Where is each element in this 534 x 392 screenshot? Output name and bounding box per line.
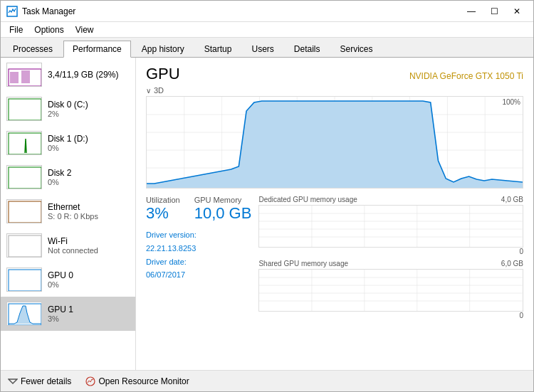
main-content: 3,4/11,9 GB (29%) Disk 0 (C:) 2% [1,58,533,370]
menu-file[interactable]: File [4,23,28,36]
window-title: Task Manager [22,6,75,16]
utilization-block: Utilization 3% [146,196,180,223]
ethernet-item-info: Ethernet S: 0 R: 0 Kbps [48,202,130,221]
wifi-item-value: Not connected [48,246,130,255]
minimize-button[interactable]: — [461,4,482,18]
title-bar-left: Task Manager [6,6,75,17]
ethernet-item-name: Ethernet [48,202,130,212]
svg-marker-50 [9,379,17,383]
sidebar-item-gpu1[interactable]: GPU 1 3% [1,297,135,331]
sidebar-item-ethernet[interactable]: Ethernet S: 0 R: 0 Kbps [1,194,135,228]
tab-services[interactable]: Services [331,41,382,57]
disk0-mini-graph [6,97,42,121]
gpu-memory-value: 10,0 GB [194,204,252,223]
tab-apphistory[interactable]: App history [132,41,194,57]
tab-processes[interactable]: Processes [4,41,62,57]
chart-label: ∨ 3D [146,86,523,95]
gpu-title: GPU [146,65,180,83]
sidebar-item-disk1[interactable]: Disk 1 (D:) 0% [1,126,135,160]
menu-options[interactable]: Options [28,23,69,36]
task-manager-window: Task Manager — ☐ ✕ File Options View Pro… [0,0,534,392]
gpu1-mini-graph [6,302,42,326]
resource-monitor-icon [85,376,95,386]
disk0-item-info: Disk 0 (C:) 2% [48,100,130,118]
ethernet-item-value: S: 0 R: 0 Kbps [48,212,130,221]
ethernet-mini-graph [6,199,42,223]
disk2-item-name: Disk 2 [48,168,130,178]
shared-memory-chart [258,269,523,312]
sidebar-item-disk0[interactable]: Disk 0 (C:) 2% [1,92,135,126]
sidebar-item-wifi[interactable]: Wi-Fi Not connected [1,228,135,263]
gpu-memory-label: GPU Memory [194,196,252,204]
utilization-value: 3% [146,204,180,223]
sidebar-item-memory[interactable]: 3,4/11,9 GB (29%) [1,58,135,92]
taskmanager-icon [6,6,18,17]
disk0-item-value: 2% [48,110,130,118]
gpu0-mini-graph [6,267,42,292]
dedicated-memory-header: Dedicated GPU memory usage 4,0 GB [258,196,523,203]
svg-rect-3 [10,72,19,83]
main-gpu-chart: 100% [146,96,523,189]
svg-rect-11 [7,200,42,223]
menu-bar: File Options View [1,22,533,38]
wifi-item-name: Wi-Fi [48,236,130,246]
fewer-details-icon [8,376,18,386]
shared-memory-max: 6,0 GB [501,260,523,267]
svg-rect-4 [21,70,30,83]
utilization-label: Utilization [146,196,180,204]
disk0-item-name: Disk 0 (C:) [48,100,130,110]
dedicated-memory-max: 4,0 GB [501,196,523,203]
gpu0-item-name: GPU 0 [48,270,130,280]
tab-bar: Processes Performance App history Startu… [1,38,533,58]
dedicated-memory-chart [258,205,523,248]
driver-version-value: 22.21.13.8253 [146,242,251,255]
tab-performance[interactable]: Performance [63,41,131,58]
gpu-model: NVIDIA GeForce GTX 1050 Ti [409,71,523,81]
gpu-memory-block: GPU Memory 10,0 GB [194,196,252,223]
shared-memory-header: Shared GPU memory usage 6,0 GB [258,260,523,267]
maximize-button[interactable]: ☐ [483,4,505,18]
driver-version-label: Driver version: [146,228,251,242]
disk1-item-value: 0% [48,144,130,152]
dedicated-memory-zero: 0 [258,248,523,255]
chart-label-text: 3D [154,86,164,95]
tab-details[interactable]: Details [285,41,330,57]
svg-rect-5 [7,97,42,121]
fewer-details-button[interactable]: Fewer details [8,376,71,386]
chevron-down-icon: ∨ [146,87,151,95]
gpu1-item-info: GPU 1 3% [48,304,130,323]
stats-info-row: Utilization 3% GPU Memory 10,0 GB Driver… [146,196,523,319]
sidebar-item-gpu0[interactable]: GPU 0 0% [1,263,135,297]
shared-memory-label: Shared GPU memory usage [258,260,348,267]
menu-view[interactable]: View [70,23,100,36]
wifi-mini-graph [6,233,42,258]
shared-memory-zero: 0 [258,312,523,319]
memory-mini-graph [6,63,42,87]
footer: Fewer details Open Resource Monitor [1,370,533,391]
disk2-item-value: 0% [48,178,130,186]
memory-charts: Dedicated GPU memory usage 4,0 GB [258,196,523,319]
open-resource-monitor-label: Open Resource Monitor [98,376,189,386]
open-resource-monitor-button[interactable]: Open Resource Monitor [85,376,189,386]
wifi-item-info: Wi-Fi Not connected [48,236,130,255]
sidebar-item-disk2[interactable]: Disk 2 0% [1,160,135,194]
close-button[interactable]: ✕ [506,4,528,18]
gpu0-item-info: GPU 0 0% [48,270,130,289]
gpu-chart-svg [147,97,523,188]
driver-date-label: Driver date: [146,255,251,269]
stats-area: Utilization 3% GPU Memory 10,0 GB Driver… [146,196,251,319]
fewer-details-label: Fewer details [21,376,71,386]
tab-users[interactable]: Users [242,41,283,57]
memory-item-info: 3,4/11,9 GB (29%) [48,70,130,80]
sidebar-list: 3,4/11,9 GB (29%) Disk 0 (C:) 2% [1,58,135,370]
svg-rect-15 [7,268,42,292]
disk2-mini-graph [6,165,42,189]
disk1-mini-graph [6,131,42,155]
tab-startup[interactable]: Startup [195,41,241,57]
gpu1-item-value: 3% [48,314,130,323]
disk1-item-info: Disk 1 (D:) 0% [48,134,130,152]
title-bar: Task Manager — ☐ ✕ [1,1,533,22]
gpu0-item-value: 0% [48,280,130,289]
dedicated-memory-label: Dedicated GPU memory usage [258,196,357,203]
driver-date-value: 06/07/2017 [146,268,251,282]
